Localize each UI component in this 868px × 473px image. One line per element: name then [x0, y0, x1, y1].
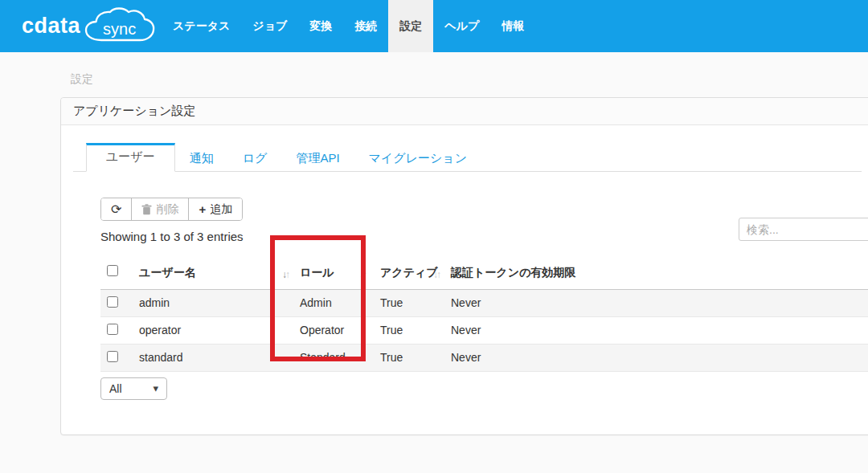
delete-button[interactable]: 削除: [132, 198, 189, 220]
showing-entries-text: Showing 1 to 3 of 3 entries: [100, 230, 868, 243]
cell-active: True: [374, 289, 444, 316]
nav-item-connections[interactable]: 接続: [343, 0, 388, 52]
cell-username: operator: [133, 316, 293, 344]
tab-notifications[interactable]: 通知: [175, 145, 228, 172]
row-checkbox[interactable]: [107, 296, 118, 308]
logo-brand-text: cdata: [22, 15, 80, 37]
column-header-role[interactable]: ロール ↓↑: [293, 256, 374, 289]
cell-active: True: [374, 344, 444, 371]
add-button[interactable]: + 追加: [189, 198, 242, 220]
add-button-label: 追加: [210, 202, 232, 216]
refresh-button[interactable]: ⟳: [101, 198, 132, 220]
select-all-header: [100, 256, 133, 289]
cell-role: Operator: [293, 316, 374, 344]
nav-item-transform[interactable]: 変換: [298, 0, 343, 52]
column-header-active[interactable]: アクティブ ↓↑: [374, 256, 444, 289]
cell-username: standard: [133, 344, 293, 371]
tab-logs[interactable]: ログ: [228, 145, 282, 172]
page-size-select[interactable]: All ▾: [100, 377, 167, 400]
column-header-token-expiration[interactable]: 認証トークンの有効期限: [444, 256, 868, 289]
nav-item-settings[interactable]: 設定: [388, 0, 433, 52]
top-navbar: cdata sync ステータス ジョブ 変換 接続 設定 ヘルプ 情報: [0, 0, 868, 52]
table-header-row: ユーザー名 ↓↑ ロール ↓↑ アクティブ ↓↑ 認証トークンの有効期限: [100, 256, 868, 289]
application-settings-card: アプリケーション設定 ユーザー 通知 ログ 管理API マイグレーション ⟳ 削…: [60, 97, 868, 435]
cell-role: Admin: [293, 289, 374, 316]
table-row[interactable]: standard Standard True Never: [100, 344, 868, 371]
cell-username: admin: [133, 289, 293, 316]
cell-active: True: [374, 316, 444, 344]
delete-button-label: 削除: [156, 202, 178, 216]
cloud-icon: sync: [82, 7, 156, 46]
cell-token-expiration: Never: [444, 344, 868, 371]
table-toolbar: ⟳ 削除 + 追加: [100, 198, 243, 221]
page-size-value: All: [109, 382, 122, 395]
sort-icon-active[interactable]: ↓↑: [433, 267, 440, 282]
cdata-sync-logo[interactable]: cdata sync: [0, 0, 157, 52]
nav-item-jobs[interactable]: ジョブ: [241, 0, 298, 52]
tab-migration[interactable]: マイグレーション: [354, 145, 481, 172]
column-header-username[interactable]: ユーザー名 ↓↑: [133, 256, 293, 289]
sort-icon-username[interactable]: ↓↑: [282, 267, 289, 282]
trash-icon: [141, 204, 152, 215]
nav-item-info[interactable]: 情報: [490, 0, 535, 52]
sort-icon-role[interactable]: ↓↑: [359, 267, 366, 282]
breadcrumb: 設定: [71, 72, 868, 87]
plus-icon: +: [199, 202, 206, 216]
chevron-down-icon: ▾: [153, 382, 158, 394]
tab-admin-api[interactable]: 管理API: [281, 145, 354, 172]
logo-product-text: sync: [103, 21, 136, 37]
main-navigation: ステータス ジョブ 変換 接続 設定 ヘルプ 情報: [162, 0, 535, 52]
card-title: アプリケーション設定: [61, 98, 868, 125]
table-row[interactable]: operator Operator True Never: [100, 316, 868, 344]
users-table: ユーザー名 ↓↑ ロール ↓↑ アクティブ ↓↑ 認証トークンの有効期限: [100, 256, 868, 372]
cell-role: Standard: [293, 344, 374, 371]
refresh-icon: ⟳: [111, 204, 121, 215]
nav-item-help[interactable]: ヘルプ: [433, 0, 490, 52]
row-checkbox[interactable]: [107, 351, 118, 362]
select-all-checkbox[interactable]: [107, 265, 118, 276]
settings-tabs: ユーザー 通知 ログ 管理API マイグレーション: [73, 145, 862, 172]
cell-token-expiration: Never: [444, 316, 868, 344]
nav-item-status[interactable]: ステータス: [162, 0, 241, 52]
table-row[interactable]: admin Admin True Never: [100, 289, 868, 316]
tab-users[interactable]: ユーザー: [86, 143, 175, 172]
cell-token-expiration: Never: [444, 289, 868, 316]
row-checkbox[interactable]: [107, 324, 118, 335]
